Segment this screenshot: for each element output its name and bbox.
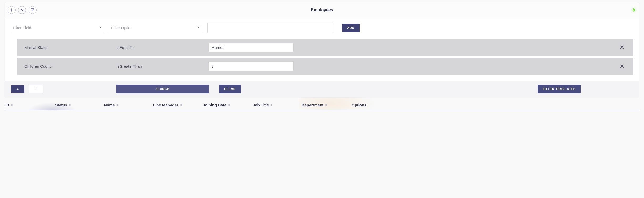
filter-row: Martial Status IsEqualTo <box>17 39 633 56</box>
filter-input-row: Filter Field Filter Option Add <box>5 18 639 39</box>
column-header-line-manager[interactable]: Line Manager <box>153 103 203 107</box>
close-icon <box>620 45 624 49</box>
filter-row-operator: IsGreaterThan <box>116 64 208 69</box>
svg-point-3 <box>22 10 23 11</box>
svg-point-2 <box>21 9 22 9</box>
collapse-button[interactable] <box>11 85 24 93</box>
search-button[interactable]: Search <box>116 85 209 93</box>
sort-icon <box>270 104 272 106</box>
sort-icon <box>69 104 71 106</box>
filter-templates-button[interactable]: Filter Templates <box>538 85 581 93</box>
filter-row-value-wrap <box>208 43 294 52</box>
sort-icon <box>180 104 182 106</box>
column-label: ID <box>5 103 9 107</box>
column-header-joining-date[interactable]: Joining Date <box>203 103 253 107</box>
column-header-id[interactable]: ID <box>5 103 55 107</box>
sort-icon <box>228 104 230 106</box>
column-label: Name <box>104 103 115 107</box>
add-filter-button[interactable]: Add <box>342 24 360 32</box>
page-title: Employees <box>311 8 333 12</box>
column-header-name[interactable]: Name <box>104 103 153 107</box>
panel-header: Employees <box>5 2 639 18</box>
filter-panel: Employees Filter Field Filter Option Add… <box>5 2 639 97</box>
filter-option-select[interactable]: Filter Option <box>109 24 202 32</box>
column-header-job-title[interactable]: Job Title <box>253 103 302 107</box>
chevron-up-icon <box>17 88 19 90</box>
column-header-options: Options <box>352 103 383 107</box>
table-header-row: ID Status Name Line Manager Joining Date… <box>5 100 639 110</box>
sort-icon <box>325 104 327 106</box>
filter-row-field: Children Count <box>24 64 116 69</box>
filter-row-value-wrap <box>208 61 294 71</box>
plus-icon <box>10 8 13 12</box>
filter-field-select[interactable]: Filter Field <box>11 24 104 32</box>
filter-action-bar: U Search Clear Filter Templates <box>5 81 639 97</box>
filter-row: Children Count IsGreaterThan <box>17 58 633 75</box>
column-label: Job Title <box>253 103 269 107</box>
results-table: ID Status Name Line Manager Joining Date… <box>5 100 639 110</box>
u-button[interactable]: U <box>29 85 43 93</box>
filter-row-field: Martial Status <box>24 45 116 50</box>
column-label: Line Manager <box>153 103 178 107</box>
filter-option-placeholder: Filter Option <box>109 24 202 32</box>
remove-filter-button[interactable] <box>618 62 626 70</box>
filter-row-value-input[interactable] <box>208 43 294 52</box>
column-label: Options <box>352 103 367 107</box>
adjust-icon-button[interactable] <box>18 6 26 14</box>
close-icon <box>620 64 624 68</box>
column-label: Status <box>55 103 67 107</box>
column-header-department[interactable]: Department <box>302 103 352 107</box>
sort-icon <box>116 104 119 106</box>
clear-button[interactable]: Clear <box>219 85 241 93</box>
filter-value-input[interactable] <box>207 23 333 33</box>
filter-row-operator: IsEqualTo <box>116 45 208 50</box>
filter-field-placeholder: Filter Field <box>11 24 104 32</box>
remove-filter-button[interactable] <box>618 43 626 51</box>
chevron-down-icon <box>99 27 102 28</box>
column-label: Joining Date <box>203 103 226 107</box>
filter-row-value-input[interactable] <box>208 61 294 71</box>
sliders-icon <box>20 8 24 12</box>
chevron-down-icon <box>197 27 200 28</box>
filter-icon-button[interactable] <box>29 6 37 14</box>
header-icon-buttons <box>8 6 37 14</box>
sort-icon <box>11 104 13 106</box>
funnel-icon <box>31 8 34 12</box>
column-label: Department <box>302 103 323 107</box>
active-filters-list: Martial Status IsEqualTo Children Count … <box>5 39 639 81</box>
lightning-icon[interactable] <box>632 7 636 13</box>
add-icon-button[interactable] <box>8 6 16 14</box>
column-header-status[interactable]: Status <box>55 103 104 107</box>
